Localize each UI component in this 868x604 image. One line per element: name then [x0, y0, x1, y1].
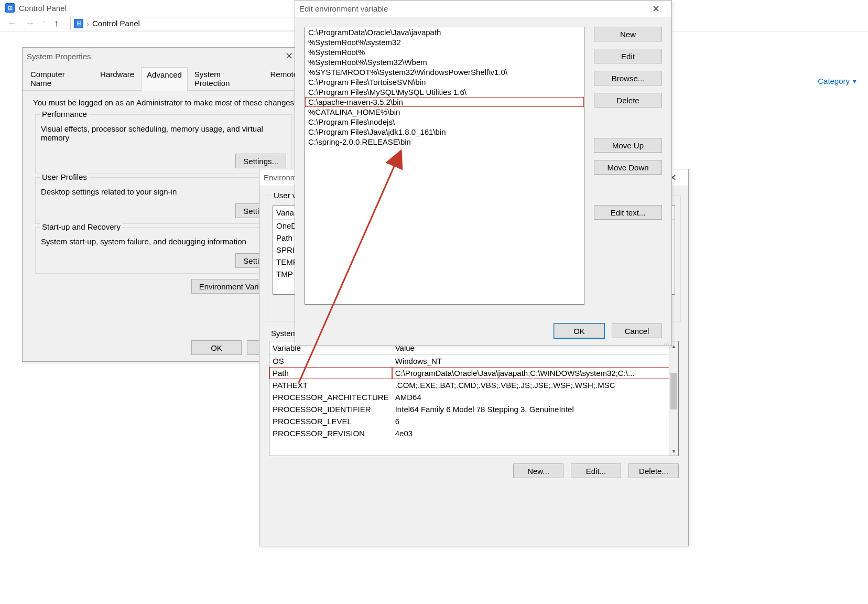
- edit-env-var-dialog: Edit environment variable ✕ C:\ProgramDa…: [295, 0, 672, 346]
- window-title: Control Panel: [19, 4, 67, 13]
- user-profiles-group: User Profiles Desktop settings related t…: [35, 177, 292, 224]
- cancel-button[interactable]: Cancel: [612, 323, 662, 338]
- scrollbar[interactable]: ▲ ▼: [669, 341, 678, 456]
- breadcrumb-chevron-icon: ›: [86, 19, 89, 28]
- system-properties-titlebar: System Properties ✕: [23, 48, 305, 64]
- breadcrumb-current[interactable]: Control Panel: [92, 19, 140, 28]
- path-entry[interactable]: %SystemRoot%\system32: [305, 37, 584, 47]
- close-icon[interactable]: ✕: [645, 3, 667, 15]
- nav-up-icon[interactable]: ↑: [51, 18, 62, 29]
- table-row[interactable]: OSWindows_NT: [269, 355, 678, 368]
- group-legend: User Profiles: [40, 172, 89, 181]
- table-row[interactable]: PROCESSOR_LEVEL6: [269, 415, 678, 427]
- scroll-thumb[interactable]: [670, 373, 677, 409]
- breadcrumb-icon: ⊞: [74, 19, 83, 28]
- path-entry[interactable]: C:\ProgramData\Oracle\Java\javapath: [305, 27, 584, 37]
- view-by[interactable]: Category ▼: [818, 77, 858, 85]
- path-entry[interactable]: %SYSTEMROOT%\System32\WindowsPowerShell\…: [305, 67, 584, 77]
- nav-forward-icon: →: [22, 18, 38, 29]
- move-up-button[interactable]: Move Up: [594, 138, 662, 153]
- path-entry[interactable]: C:\apache-maven-3.5.2\bin: [305, 97, 584, 107]
- group-legend: Performance: [40, 110, 89, 118]
- nav-back-icon: ←: [4, 18, 20, 29]
- dialog-title: Edit environment variable: [299, 4, 388, 13]
- path-entry[interactable]: %SystemRoot%: [305, 47, 584, 57]
- edit-env-titlebar: Edit environment variable ✕: [295, 1, 671, 17]
- table-row[interactable]: PROCESSOR_IDENTIFIERIntel64 Family 6 Mod…: [269, 403, 678, 415]
- move-down-button[interactable]: Move Down: [594, 160, 662, 175]
- ok-button[interactable]: OK: [554, 323, 604, 338]
- startup-desc: System start-up, system failure, and deb…: [41, 237, 286, 246]
- sys-new-button[interactable]: New...: [513, 463, 563, 478]
- tab-hardware[interactable]: Hardware: [94, 67, 140, 90]
- nav-history-icon: ˅: [40, 20, 49, 26]
- admin-note: You must be logged on as an Administrato…: [30, 96, 297, 111]
- path-entry[interactable]: C:\Program Files\TortoiseSVN\bin: [305, 77, 584, 87]
- tab-system-protection[interactable]: System Protection: [189, 67, 264, 90]
- path-entry[interactable]: %SystemRoot%\System32\Wbem: [305, 57, 584, 67]
- table-row[interactable]: PathC:\ProgramData\Oracle\Java\javapath;…: [269, 367, 678, 379]
- dialog-title: System Properties: [27, 52, 91, 61]
- system-vars-list[interactable]: Variable Value OSWindows_NTPathC:\Progra…: [269, 341, 679, 456]
- resize-grip-icon[interactable]: [663, 337, 669, 343]
- ok-button[interactable]: OK: [191, 340, 242, 355]
- dropdown-chevron-icon: ▼: [852, 78, 858, 84]
- edit-button[interactable]: Edit: [594, 49, 662, 63]
- scroll-down-icon[interactable]: ▼: [669, 446, 678, 456]
- path-entry[interactable]: C:\Program Files\MySQL\MySQL Utilities 1…: [305, 87, 584, 97]
- delete-button[interactable]: Delete: [594, 93, 662, 107]
- new-button[interactable]: New: [594, 27, 662, 41]
- path-entry[interactable]: %CATALINA_HOME%\bin: [305, 107, 584, 117]
- performance-group: Performance Visual effects, processor sc…: [35, 114, 292, 174]
- path-entries-list[interactable]: C:\ProgramData\Oracle\Java\javapath%Syst…: [305, 27, 584, 305]
- tab-advanced[interactable]: Advanced: [141, 67, 188, 91]
- view-by-label[interactable]: Category: [818, 77, 850, 85]
- table-row[interactable]: PATHEXT.COM;.EXE;.BAT;.CMD;.VBS;.VBE;.JS…: [269, 379, 678, 391]
- control-panel-icon: ⊞: [5, 3, 15, 13]
- performance-desc: Visual effects, processor scheduling, me…: [41, 124, 286, 142]
- sys-edit-button[interactable]: Edit...: [571, 463, 621, 478]
- edit-text-button[interactable]: Edit text...: [594, 205, 662, 220]
- tab-computer-name[interactable]: Computer Name: [25, 67, 93, 90]
- browse-button[interactable]: Browse...: [594, 71, 662, 85]
- path-entry[interactable]: C:\spring-2.0.0.RELEASE\bin: [305, 137, 584, 147]
- performance-settings-button[interactable]: Settings...: [235, 154, 286, 168]
- path-entry[interactable]: C:\Program Files\Java\jdk1.8.0_161\bin: [305, 127, 584, 137]
- sys-delete-button[interactable]: Delete...: [628, 463, 679, 478]
- table-row[interactable]: PROCESSOR_REVISION4e03: [269, 427, 678, 439]
- startup-recovery-group: Start-up and Recovery System start-up, s…: [35, 227, 292, 274]
- path-entry[interactable]: C:\Program Files\nodejs\: [305, 117, 584, 127]
- profiles-desc: Desktop settings related to your sign-in: [41, 187, 286, 196]
- group-legend: Start-up and Recovery: [40, 222, 123, 231]
- table-row[interactable]: PROCESSOR_ARCHITECTUREAMD64: [269, 391, 678, 403]
- tabstrip: Computer NameHardwareAdvancedSystem Prot…: [23, 67, 305, 91]
